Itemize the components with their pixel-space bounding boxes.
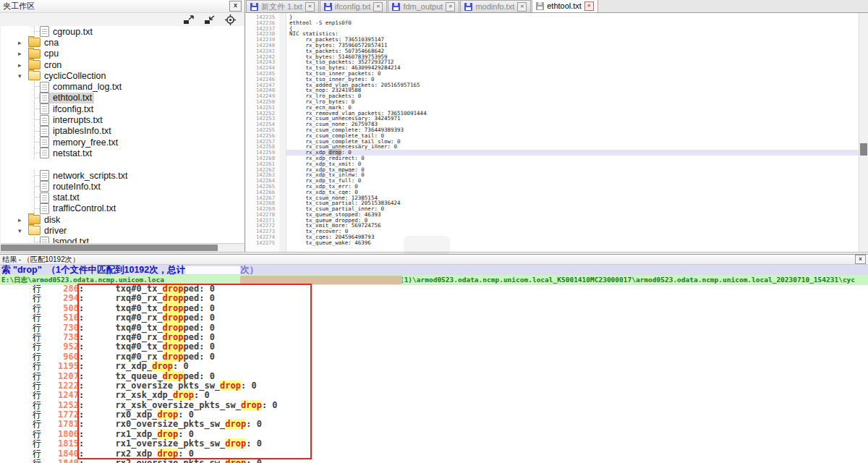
code-line: tx_tso_inner_packets: 0 — [289, 71, 859, 77]
tree-file-row[interactable]: memory_free.txt — [1, 137, 244, 148]
code-line: rx_xdp_tx_err: 0 — [289, 184, 859, 190]
tree-folder-row[interactable]: ▾driver — [1, 225, 244, 236]
tree-item[interactable]: command_log.txt — [39, 82, 124, 93]
tree-item[interactable]: routeInfo.txt — [39, 181, 103, 192]
editor-body[interactable]: 1422351422361422371422381422391422401422… — [246, 13, 868, 255]
collapse-all-icon[interactable] — [204, 15, 216, 25]
tree-item[interactable]: network_scripts.txt — [39, 170, 130, 181]
tab-close-icon[interactable]: × — [517, 2, 527, 12]
workspace-toolbar — [0, 13, 244, 27]
result-row-label: 行 — [0, 352, 41, 362]
result-row-label: 行 — [0, 449, 41, 459]
editor-text[interactable]: }ethtool -S enp1s0f0{NIC statistics: rx_… — [289, 14, 859, 255]
tree-item[interactable]: interrupts.txt — [39, 115, 105, 126]
tree-file-row[interactable]: trafficControl.txt — [1, 203, 244, 214]
folder-icon — [28, 38, 41, 47]
tab-ifconfig-txt[interactable]: ifconfig.txt× — [320, 0, 388, 12]
tree-file-row[interactable]: cgroup.txt — [1, 26, 244, 37]
tab-close-icon[interactable]: × — [305, 2, 315, 12]
line-number-gutter: 1422351422361422371422381422391422401422… — [246, 14, 279, 255]
chevron-down-icon[interactable]: ▾ — [18, 72, 27, 80]
code-line: tx_queue_stopped: 46393 — [289, 212, 859, 218]
chevron-right-icon[interactable]: ▸ — [18, 61, 27, 69]
tree-item[interactable]: cpu — [27, 48, 61, 59]
editor-vertical-scrollbar[interactable] — [859, 13, 868, 255]
result-row-label: 行 — [0, 410, 41, 420]
tree-file-row[interactable]: stat.txt — [1, 192, 244, 203]
tree-item[interactable]: cron — [27, 59, 64, 70]
result-line-number: 1222 — [41, 381, 79, 391]
tab-close-icon[interactable]: × — [584, 1, 594, 11]
tab-close-icon[interactable]: × — [373, 2, 383, 12]
workspace-close-icon[interactable]: x — [229, 1, 242, 12]
file-icon — [40, 237, 49, 243]
tree-item[interactable]: cyclicCollection — [27, 70, 108, 81]
tree-folder-row[interactable]: ▾cyclicCollection — [1, 70, 244, 81]
tree-file-row[interactable]: iptablesInfo.txt — [1, 126, 244, 137]
locate-current-file-icon[interactable] — [225, 14, 236, 25]
tree-file-row[interactable]: ifconfig.txt — [1, 103, 244, 114]
chevron-down-icon[interactable]: ▾ — [18, 227, 27, 234]
chevron-right-icon[interactable]: ▸ — [18, 50, 27, 57]
code-line: rx_lro_bytes: 0 — [289, 99, 859, 105]
search-summary-line[interactable]: 索 "drop" （1个文件中匹配到10192次，总计次） — [0, 265, 868, 275]
workspace-file-tree: cgroup.txt▸cna▸cpu▸cron▾cyclicCollection… — [1, 26, 244, 243]
expand-all-icon[interactable] — [183, 15, 195, 25]
code-line: tx_nop: 232419588 — [289, 88, 859, 93]
result-row-label: 行 — [0, 381, 41, 391]
tab-label: fdm_output — [403, 2, 443, 11]
workspace-horizontal-scrollbar[interactable] — [1, 243, 244, 252]
chevron-right-icon[interactable]: ▸ — [18, 216, 27, 224]
tree-file-row[interactable]: routeInfo.txt — [1, 181, 244, 192]
tree-item[interactable]: stat.txt — [39, 192, 82, 203]
tree-item[interactable]: netstat.txt — [39, 148, 94, 158]
tree-item[interactable]: trafficControl.txt — [39, 203, 118, 214]
tree-item-label: routeInfo.txt — [53, 182, 101, 192]
save-icon — [324, 3, 332, 11]
result-line-number: 960 — [41, 352, 79, 362]
tree-item-label: lsmod.txt — [53, 237, 89, 243]
code-line: } — [289, 14, 859, 20]
tree-file-row[interactable]: command_log.txt — [1, 81, 244, 92]
tab-fdm-output[interactable]: fdm_output× — [388, 0, 459, 12]
tree-item-label: network_scripts.txt — [53, 171, 128, 181]
notepadpp-window: 夹工作区 x cgroup.txt▸cna▸cpu▸cron▾cyclicCol… — [0, 0, 868, 463]
tree-item[interactable]: ethtool.txt — [39, 93, 94, 103]
tree-file-row[interactable]: ethtool.txt — [1, 93, 244, 103]
scrollbar-thumb[interactable] — [1, 245, 218, 251]
tree-folder-row[interactable]: ▸cna — [1, 37, 244, 48]
tree-file-row[interactable]: netstat.txt — [1, 148, 244, 158]
fold-margin — [279, 13, 286, 255]
tree-item[interactable]: lsmod.txt — [39, 237, 91, 243]
tree-item[interactable]: disk — [27, 214, 62, 225]
tree-item[interactable]: ifconfig.txt — [39, 103, 95, 114]
tree-item[interactable]: iptablesInfo.txt — [39, 126, 114, 137]
file-icon — [40, 170, 49, 181]
scrollbar-thumb[interactable] — [860, 143, 867, 156]
code-line: tx_recover: 0 — [289, 229, 859, 234]
tree-item[interactable]: cna — [27, 37, 61, 48]
tab-label: modinfo.txt — [475, 2, 514, 11]
result-file-path: E:\日志\armod0523.odata.ncmp.unicom.loca r… — [1, 276, 855, 284]
result-line-number: 286 — [41, 284, 79, 294]
tree-row-redacted[interactable] — [1, 159, 244, 170]
tree-file-row[interactable]: lsmod.txt — [1, 237, 244, 243]
result-row-label: 行 — [0, 333, 41, 342]
tree-file-row[interactable]: network_scripts.txt — [1, 170, 244, 181]
editor-tab-bar: 新文件 1.txt×ifconfig.txt×fdm_output×modinf… — [246, 0, 868, 13]
tree-folder-row[interactable]: ▸cpu — [1, 48, 244, 59]
tree-folder-row[interactable]: ▸disk — [1, 214, 244, 225]
tree-folder-row[interactable]: ▸cron — [1, 59, 244, 70]
chevron-right-icon[interactable]: ▸ — [18, 39, 27, 46]
save-icon — [392, 3, 400, 11]
tab-ethtool-txt[interactable]: ethtool.txt× — [532, 0, 598, 12]
tab--1-txt[interactable]: 新文件 1.txt× — [246, 0, 319, 12]
tree-file-row[interactable]: interrupts.txt — [1, 114, 244, 125]
tab-close-icon[interactable]: × — [446, 2, 455, 12]
tree-item[interactable]: memory_free.txt — [39, 137, 120, 148]
tab-modinfo-txt[interactable]: modinfo.txt× — [460, 0, 531, 12]
results-close-icon[interactable]: x — [855, 255, 866, 264]
tree-item[interactable]: driver — [27, 225, 69, 236]
tree-item[interactable]: cgroup.txt — [39, 26, 95, 37]
file-icon — [40, 148, 49, 158]
